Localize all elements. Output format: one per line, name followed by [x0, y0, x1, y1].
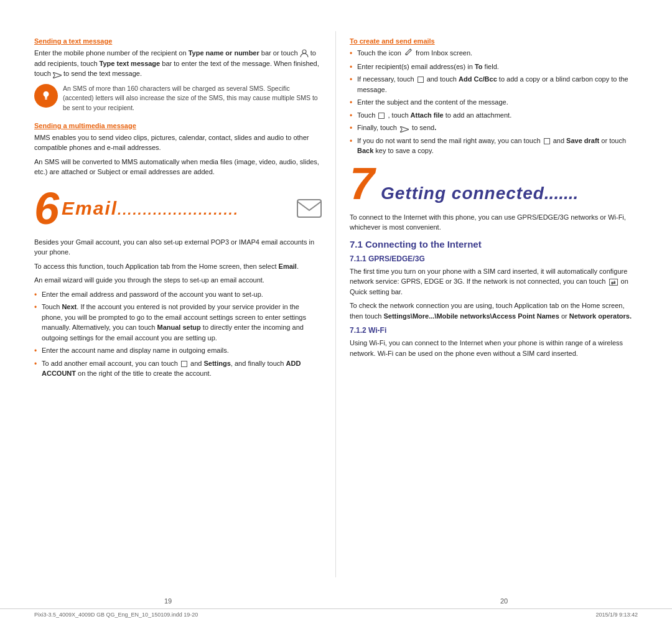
email-setup-bullets: Enter the email address and password of …	[34, 289, 322, 379]
checkbox-icon-r7	[544, 138, 550, 144]
footer-file: Pixi3-3.5_4009X_4009D GB QG_Eng_EN_10_15…	[34, 612, 198, 618]
network-icon: ⇄	[609, 279, 618, 286]
bullet-email-2: Touch Next. If the account you entered i…	[34, 302, 322, 343]
settings-label: Settings	[203, 360, 230, 367]
settings-mobile-label: Settings\More...\Mobile networks\Access …	[383, 312, 559, 320]
checkbox-icon-r5	[378, 113, 385, 119]
to-create-emails-heading: To create and send emails	[350, 37, 638, 45]
section712-p1: Using Wi-Fi, you can connect to the Inte…	[350, 338, 638, 358]
content-area: Sending a text message Enter the mobile …	[0, 0, 672, 596]
type-text-label: Type text message	[100, 60, 161, 67]
page-numbers: 19 20	[0, 596, 672, 608]
section712-heading: 7.1.2 Wi-Fi	[350, 326, 638, 335]
tip-box: An SMS of more than 160 characters will …	[34, 84, 322, 117]
footer-date: 2015/1/9 9:13:42	[595, 612, 638, 618]
person-icon	[300, 49, 309, 58]
svg-point-12	[302, 50, 306, 54]
bullet-email-1: Enter the email address and password of …	[34, 289, 322, 300]
email-label: Email	[279, 263, 297, 270]
footer: Pixi3-3.5_4009X_4009D GB QG_Eng_EN_10_15…	[0, 608, 672, 624]
section-sending-text-p1: Enter the mobile phone number of the rec…	[34, 48, 322, 79]
section711-p1: The first time you turn on your phone wi…	[350, 266, 638, 297]
bullet-r1: Touch the icon from Inbox screen.	[350, 48, 638, 59]
chapter7-dots: .......	[544, 184, 578, 203]
chapter6-p1: Besides your Gmail account, you can also…	[34, 237, 322, 258]
svg-rect-17	[297, 200, 321, 217]
save-draft-label: Save draft	[566, 137, 599, 144]
chapter7-num: 7	[350, 161, 375, 206]
right-column: To create and send emails Touch the icon…	[336, 31, 638, 577]
bullet-email-4: To add another email account, you can to…	[34, 358, 322, 379]
page-num-left: 19	[0, 597, 336, 605]
chapter-connected-heading: 7 Getting connected.......	[350, 161, 638, 206]
bullet-email-3: Enter the account name and display name …	[34, 345, 322, 356]
section-mms-p2: An SMS will be converted to MMS automati…	[34, 157, 322, 177]
tip-text: An SMS of more than 160 characters will …	[63, 84, 322, 113]
to-field-label: To	[475, 63, 483, 70]
chapter6-p2: To access this function, touch Applicati…	[34, 261, 322, 272]
email-icon	[297, 199, 322, 218]
bullet-r6: Finally, touch to send.	[350, 123, 638, 133]
network-operators-label: Network operators.	[569, 312, 632, 320]
chapter-email-heading: 6 Email........................	[34, 186, 322, 231]
chapter6-title: Email........................	[62, 198, 297, 219]
svg-rect-16	[45, 98, 47, 99]
page-container: Sending a text message Enter the mobile …	[0, 0, 672, 624]
send-bold: .	[434, 124, 436, 131]
back-label: Back	[357, 147, 373, 154]
section-mms-p1: MMS enables you to send video clips, pic…	[34, 133, 322, 153]
manual-setup-label: Manual setup	[157, 324, 200, 331]
next-label: Next	[62, 303, 77, 310]
bullet-r4: Enter the subject and the content of the…	[350, 97, 638, 108]
email-dots: ........................	[118, 202, 239, 218]
bullet-r2: Enter recipient(s) email address(es) in …	[350, 62, 638, 72]
section711-p2: To check the network connection you are …	[350, 300, 638, 321]
attach-file-label: Attach file	[411, 111, 444, 119]
type-name-label: Type name or number	[189, 49, 259, 57]
left-column: Sending a text message Enter the mobile …	[34, 31, 336, 577]
section711-heading: 7.1.1 GPRS/EDGE/3G	[350, 254, 638, 263]
chapter7-intro: To connect to the Internet with this pho…	[350, 212, 638, 233]
add-ccbcc-label: Add Cc/Bcc	[459, 75, 497, 83]
svg-rect-15	[45, 97, 47, 98]
section-sending-text-heading: Sending a text message	[34, 37, 322, 45]
svg-line-18	[410, 49, 411, 50]
send-icon-r6	[400, 125, 409, 131]
add-account-label: ADD ACCOUNT	[42, 360, 301, 378]
section71-heading: 7.1 Connecting to the Internet	[350, 239, 638, 249]
svg-marker-13	[53, 72, 62, 78]
svg-marker-21	[400, 126, 409, 133]
bullet-r5: Touch , touch Attach file to add an atta…	[350, 110, 638, 121]
checkbox-icon-r3	[418, 77, 424, 83]
create-email-bullets: Touch the icon from Inbox screen. Enter …	[350, 48, 638, 156]
tip-icon	[34, 84, 58, 108]
chapter6-num: 6	[34, 186, 59, 231]
page-num-right: 20	[336, 597, 672, 605]
bullet-r3: If necessary, touch and touch Add Cc/Bcc…	[350, 74, 638, 95]
section-mms-heading: Sending a multimedia message	[34, 122, 322, 129]
chapter6-p3: An email wizard will guide you through t…	[34, 275, 322, 286]
send-icon	[53, 71, 62, 77]
chapter7-title: Getting connected	[381, 184, 544, 203]
menu-icon-inline	[181, 361, 187, 367]
bullet-r7: If you do not want to send the mail righ…	[350, 136, 638, 156]
compose-icon	[404, 48, 413, 59]
